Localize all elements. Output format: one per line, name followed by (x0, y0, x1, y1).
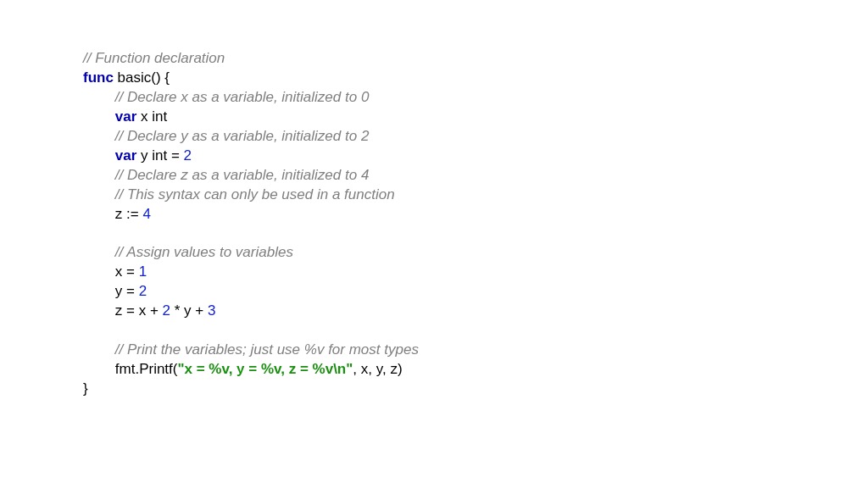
keyword-var: var (115, 147, 137, 164)
number-literal: 3 (208, 302, 215, 319)
code-text: x = (115, 263, 139, 280)
keyword-func: func (83, 69, 114, 86)
number-literal: 2 (163, 302, 170, 319)
string-literal: "x = %v, y = %v, z = %v\n" (177, 361, 353, 377)
number-literal: 2 (184, 147, 192, 164)
comment-line: // This syntax can only be used in a fun… (115, 186, 395, 202)
keyword-var: var (115, 108, 137, 125)
comment-line: // Declare z as a variable, initialized … (115, 167, 370, 183)
code-text: z = x + (115, 302, 163, 319)
code-text: z := (115, 206, 143, 222)
code-text: , x, y, z) (353, 361, 402, 377)
comment-line: // Declare x as a variable, initialized … (115, 89, 370, 105)
number-literal: 2 (139, 283, 147, 299)
code-text: } (83, 380, 88, 396)
comment-line: // Declare y as a variable, initialized … (115, 128, 370, 144)
comment-line: // Assign values to variables (115, 244, 293, 260)
code-text: basic() { (114, 69, 170, 86)
code-text: x int (136, 108, 167, 125)
comment-line: // Print the variables; just use %v for … (115, 341, 419, 358)
code-text: y int = (136, 147, 183, 164)
number-literal: 1 (139, 263, 147, 280)
code-text: y = (115, 283, 139, 299)
code-text: fmt.Printf( (115, 361, 178, 377)
number-literal: 4 (142, 206, 150, 222)
code-block: // Function declaration func basic() { /… (0, 0, 868, 399)
code-text: * y + (170, 302, 208, 319)
comment-line: // Function declaration (83, 50, 225, 66)
